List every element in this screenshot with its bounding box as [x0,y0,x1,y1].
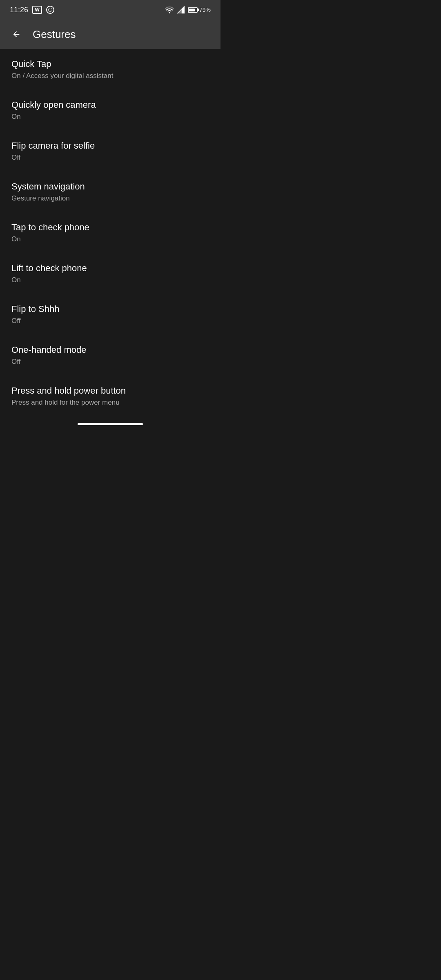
settings-item-subtitle: Press and hold for the power menu [11,399,209,407]
wearable-icon: W [32,6,42,14]
settings-item[interactable]: Flip to ShhhOff [0,294,220,335]
settings-item-title: Quickly open camera [11,100,209,110]
settings-item-title: Press and hold power button [11,385,209,396]
settings-item-title: Tap to check phone [11,222,209,233]
status-bar-left: 11:26 W [10,6,54,14]
battery-percent: 79% [199,7,211,13]
battery-indicator: 79% [188,7,211,13]
media-output-icon [46,6,54,14]
settings-item[interactable]: Press and hold power buttonPress and hol… [0,376,220,416]
settings-item-subtitle: Off [11,154,209,162]
settings-item-subtitle: On [11,113,209,121]
settings-item[interactable]: System navigationGesture navigation [0,172,220,212]
status-bar: 11:26 W 79% [0,0,220,20]
settings-item[interactable]: One-handed modeOff [0,335,220,376]
settings-item-subtitle: Off [11,317,209,325]
settings-item-title: One-handed mode [11,345,209,355]
battery-icon [188,7,198,13]
settings-list: Quick TapOn / Access your digital assist… [0,49,220,416]
settings-item-title: Quick Tap [11,59,209,69]
header: Gestures [0,20,220,49]
wifi-icon [165,6,174,13]
settings-item-subtitle: On / Access your digital assistant [11,72,209,80]
settings-item-subtitle: On [11,276,209,284]
home-bar [78,423,143,425]
page-title: Gestures [33,28,76,41]
back-arrow-icon [12,30,21,39]
settings-item-title: Flip to Shhh [11,304,209,314]
settings-item[interactable]: Quickly open cameraOn [0,90,220,131]
status-time: 11:26 [10,6,28,14]
settings-item-title: Flip camera for selfie [11,140,209,151]
settings-item-subtitle: On [11,235,209,243]
settings-item[interactable]: Tap to check phoneOn [0,212,220,253]
settings-item[interactable]: Lift to check phoneOn [0,253,220,294]
settings-item-subtitle: Gesture navigation [11,194,209,203]
battery-fill [189,9,195,11]
status-bar-right: 79% [165,6,211,13]
settings-item-subtitle: Off [11,358,209,366]
signal-icon [177,6,185,13]
settings-item-title: Lift to check phone [11,263,209,274]
back-button[interactable] [8,26,24,42]
home-indicator [0,416,220,430]
settings-item-title: System navigation [11,181,209,192]
settings-item[interactable]: Flip camera for selfieOff [0,131,220,172]
settings-item[interactable]: Quick TapOn / Access your digital assist… [0,49,220,90]
